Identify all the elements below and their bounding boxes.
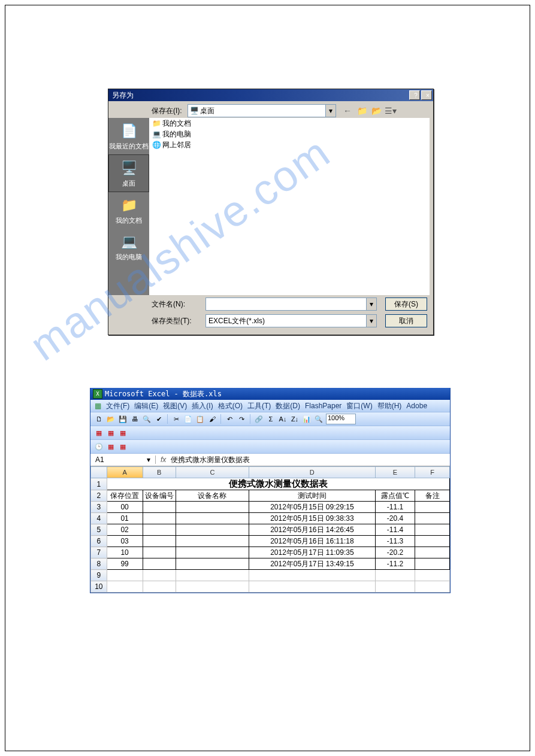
row-header[interactable]: 3 xyxy=(91,502,107,513)
cell-time[interactable]: 2012年05月17日 11:09:35 xyxy=(249,547,375,558)
select-all[interactable] xyxy=(91,467,107,478)
row-header[interactable]: 5 xyxy=(91,524,107,536)
cut-icon[interactable]: ✂ xyxy=(171,414,182,424)
row-header[interactable]: 6 xyxy=(91,536,107,547)
cell-name[interactable] xyxy=(176,536,249,547)
cell-time[interactable]: 2012年05月16日 14:26:45 xyxy=(249,524,375,536)
menu-flashpaper[interactable]: FlashPaper xyxy=(305,402,341,410)
empty-cell[interactable] xyxy=(143,570,176,581)
empty-cell[interactable] xyxy=(249,581,375,593)
paste-icon[interactable]: 📋 xyxy=(195,414,205,424)
dropdown-icon[interactable]: ▾ xyxy=(325,105,335,117)
pdf2-icon[interactable]: ▦ xyxy=(105,427,116,438)
place-desktop[interactable]: 🖥️桌面 xyxy=(108,154,149,192)
menu-file[interactable]: 文件(F) xyxy=(106,401,129,411)
cell-note[interactable] xyxy=(415,536,450,547)
menu-edit[interactable]: 编辑(E) xyxy=(134,401,158,411)
cell-pos[interactable]: 01 xyxy=(107,513,143,524)
row-header[interactable]: 10 xyxy=(91,581,107,593)
sum-icon[interactable]: Σ xyxy=(265,414,276,424)
link-icon[interactable]: 🔗 xyxy=(253,414,264,424)
filetype-input[interactable]: EXCEL文件(*.xls)▾ xyxy=(205,314,377,327)
cell-id[interactable] xyxy=(143,547,176,558)
row-header[interactable]: 2 xyxy=(91,490,107,502)
row-header[interactable]: 8 xyxy=(91,558,107,570)
file-item-mycomp[interactable]: 💻我的电脑 xyxy=(149,129,430,139)
pdf-icon[interactable]: ▦ xyxy=(93,427,104,438)
menu-tools[interactable]: 工具(T) xyxy=(247,401,271,411)
calc-icon[interactable]: ▦ xyxy=(117,441,128,452)
formula-text[interactable]: 便携式微水测量仪数据表 xyxy=(171,455,250,465)
save-icon[interactable]: 💾 xyxy=(117,414,128,424)
open-icon[interactable]: 📂 xyxy=(105,414,116,424)
cell-id[interactable] xyxy=(143,536,176,547)
cell-id[interactable] xyxy=(143,502,176,513)
views-icon[interactable]: ☰▾ xyxy=(385,105,396,116)
col-header-C[interactable]: C xyxy=(176,467,249,478)
menu-data[interactable]: 数据(D) xyxy=(276,401,300,411)
save-in-combo[interactable]: 🖥️ 桌面 ▾ xyxy=(188,104,336,117)
empty-cell[interactable] xyxy=(176,570,249,581)
cell-pos[interactable]: 99 xyxy=(107,558,143,570)
help-button[interactable]: ? xyxy=(409,90,420,100)
new-folder-icon[interactable]: 📂 xyxy=(371,105,382,116)
cell-time[interactable]: 2012年05月15日 09:29:15 xyxy=(249,502,375,513)
cell-time[interactable]: 2012年05月15日 09:38:33 xyxy=(249,513,375,524)
col-header-D[interactable]: D xyxy=(249,467,375,478)
menu-adobe[interactable]: Adobe xyxy=(406,402,427,410)
place-mydocs[interactable]: 📁我的文档 xyxy=(108,192,149,229)
back-icon[interactable]: ← xyxy=(342,105,353,116)
cell-id[interactable] xyxy=(143,513,176,524)
column-title-cell[interactable]: 测试时间 xyxy=(249,490,375,502)
menu-format[interactable]: 格式(O) xyxy=(218,401,243,411)
cell-dew[interactable]: -11.2 xyxy=(375,558,415,570)
fx-icon[interactable]: fx xyxy=(156,456,171,464)
cell-dew[interactable]: -20.4 xyxy=(375,513,415,524)
cell-id[interactable] xyxy=(143,524,176,536)
cancel-button[interactable]: 取消 xyxy=(385,314,427,327)
file-list-pane[interactable]: 📁我的文档 💻我的电脑 🌐网上邻居 xyxy=(149,118,430,295)
column-title-cell[interactable]: 设备名称 xyxy=(176,490,249,502)
col-header-A[interactable]: A xyxy=(107,467,143,478)
chart-icon[interactable]: 📊 xyxy=(301,414,312,424)
copy-icon[interactable]: 📄 xyxy=(183,414,194,424)
empty-cell[interactable] xyxy=(415,581,450,593)
sheet-grid[interactable]: ABCDEF1便携式微水测量仪数据表2保存位置设备编号设备名称测试时间露点值℃备… xyxy=(90,466,450,593)
empty-cell[interactable] xyxy=(375,581,415,593)
calendar-icon[interactable]: ▦ xyxy=(105,441,116,452)
menu-help[interactable]: 帮助(H) xyxy=(377,401,402,411)
menu-window[interactable]: 窗口(W) xyxy=(346,401,372,411)
up-folder-icon[interactable]: 📁 xyxy=(356,105,367,116)
row-header[interactable]: 1 xyxy=(91,478,107,490)
cell-time[interactable]: 2012年05月16日 16:11:18 xyxy=(249,536,375,547)
pdf3-icon[interactable]: ▦ xyxy=(117,427,128,438)
col-header-B[interactable]: B xyxy=(143,467,176,478)
cell-note[interactable] xyxy=(415,524,450,536)
cell-time[interactable]: 2012年05月17日 13:49:15 xyxy=(249,558,375,570)
spell-icon[interactable]: ✔ xyxy=(153,414,164,424)
cell-pos[interactable]: 03 xyxy=(107,536,143,547)
col-header-F[interactable]: F xyxy=(415,467,450,478)
column-title-cell[interactable]: 设备编号 xyxy=(143,490,176,502)
cell-name[interactable] xyxy=(176,547,249,558)
sort-asc-icon[interactable]: A↓ xyxy=(277,414,288,424)
preview-icon[interactable]: 🔍 xyxy=(141,414,152,424)
clock-icon[interactable]: 🕒 xyxy=(93,441,104,452)
save-button[interactable]: 保存(S) xyxy=(385,297,427,311)
row-header[interactable]: 9 xyxy=(91,570,107,581)
file-item-mydocs[interactable]: 📁我的文档 xyxy=(149,118,430,129)
cell-name[interactable] xyxy=(176,502,249,513)
dropdown-icon[interactable]: ▾ xyxy=(366,315,376,327)
cell-dew[interactable]: -20.2 xyxy=(375,547,415,558)
empty-cell[interactable] xyxy=(143,581,176,593)
cell-note[interactable] xyxy=(415,547,450,558)
close-button[interactable]: × xyxy=(421,90,432,100)
cell-pos[interactable]: 10 xyxy=(107,547,143,558)
undo-icon[interactable]: ↶ xyxy=(224,414,235,424)
cell-dew[interactable]: -11.4 xyxy=(375,524,415,536)
empty-cell[interactable] xyxy=(176,581,249,593)
row-header[interactable]: 4 xyxy=(91,513,107,524)
file-item-network[interactable]: 🌐网上邻居 xyxy=(149,139,430,150)
place-recent[interactable]: 📄我最近的文档 xyxy=(108,118,149,154)
filename-input[interactable]: ▾ xyxy=(205,297,377,311)
